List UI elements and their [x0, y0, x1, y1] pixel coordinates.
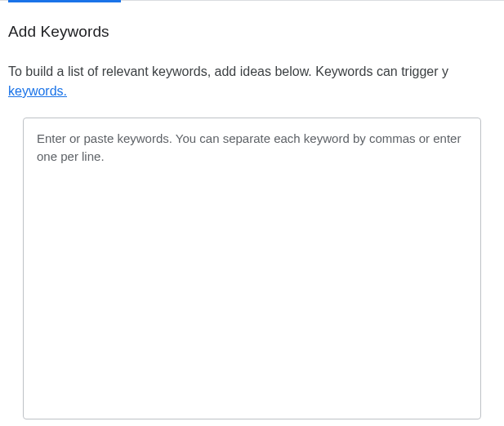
keywords-textarea-wrap — [23, 118, 481, 423]
page-title: Add Keywords — [8, 23, 496, 41]
description-text: To build a list of relevant keywords, ad… — [8, 62, 496, 101]
main-content: Add Keywords To build a list of relevant… — [0, 0, 504, 423]
active-tab-indicator — [8, 0, 121, 2]
description-prefix: To build a list of relevant keywords, ad… — [8, 64, 448, 78]
keywords-link[interactable]: keywords. — [8, 84, 67, 98]
keywords-input[interactable] — [23, 118, 481, 419]
